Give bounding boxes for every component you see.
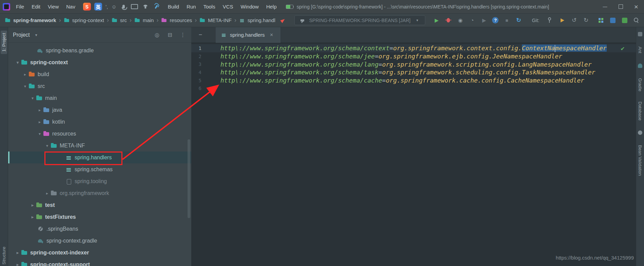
tree-row[interactable]: spring.handlers — [8, 152, 191, 163]
project-scrollbar[interactable] — [188, 139, 190, 218]
collapse-all-icon[interactable] — [166, 31, 174, 39]
close-tab-icon[interactable] — [268, 31, 275, 39]
run-configuration-select[interactable]: SPRING-FRAMEWORK:SPRING-BEANS [JAR] — [294, 15, 426, 25]
menu-window[interactable]: Window — [238, 2, 262, 11]
tree-row[interactable]: ▸java — [8, 104, 191, 116]
structure-tool-window-tab[interactable]: Structure — [1, 247, 6, 265]
menu-tools[interactable]: Tools — [200, 2, 218, 11]
menu-run[interactable]: Run — [183, 2, 199, 11]
code-text: http\://www.springframework.org/schema/l… — [220, 61, 592, 68]
tree-row[interactable]: ▸spring-context-support — [8, 259, 191, 266]
locate-file-icon[interactable] — [153, 31, 161, 39]
rerun-icon[interactable] — [515, 17, 522, 24]
screenshot-icon[interactable] — [621, 17, 628, 24]
project-tree: spring-beans.gradle▾spring-context▸build… — [8, 43, 191, 266]
chevron-closed-icon[interactable]: ▸ — [29, 203, 36, 208]
menu-vcs[interactable]: VCS — [220, 2, 236, 11]
run-anything-icon[interactable] — [279, 17, 287, 24]
maximize-button[interactable] — [613, 0, 628, 14]
breadcrumb-item[interactable]: spring-framework — [5, 17, 56, 23]
menu-view[interactable]: View — [45, 2, 62, 11]
tree-row[interactable]: ▸kotlin — [8, 116, 191, 128]
git-push-icon[interactable] — [559, 17, 566, 24]
tree-row[interactable]: ▸spring-context-indexer — [8, 247, 191, 259]
menu-nav[interactable]: Nav — [63, 2, 78, 11]
notifications-icon[interactable] — [638, 32, 642, 36]
tree-row[interactable]: ▾META-INF — [8, 140, 191, 152]
tree-row[interactable]: ▸test — [8, 199, 191, 211]
redo-history-icon[interactable] — [582, 17, 590, 24]
tree-row[interactable]: ▸build — [8, 68, 191, 80]
chevron-open-icon[interactable]: ▾ — [21, 84, 29, 89]
chevron-closed-icon[interactable]: ▸ — [21, 72, 29, 77]
menu-edit[interactable]: Edit — [28, 2, 43, 11]
breadcrumb-item[interactable]: resources — [161, 17, 192, 23]
breadcrumb-item[interactable]: META-INF — [199, 17, 232, 23]
tree-row[interactable]: ▾src — [8, 80, 191, 92]
folder-gray-icon — [51, 191, 57, 196]
profiler-icon[interactable] — [468, 17, 476, 24]
tree-row[interactable]: ▾main — [8, 92, 191, 104]
chevron-closed-icon[interactable]: ▸ — [14, 250, 21, 255]
skin-icon[interactable] — [142, 3, 149, 11]
options-menu-icon[interactable] — [179, 31, 187, 39]
bean-validation-tool-window-tab[interactable]: Bean Validation — [638, 145, 643, 176]
punctuation-icon[interactable]: ’, — [105, 4, 108, 10]
sogou-input-icon[interactable]: S — [83, 3, 91, 11]
tree-row[interactable]: spring.tooling — [8, 175, 191, 187]
close-button[interactable] — [628, 0, 644, 14]
breadcrumb-item[interactable]: src — [112, 17, 127, 23]
breadcrumb-item[interactable]: spring.handl — [239, 17, 275, 23]
undo-history-icon[interactable] — [570, 17, 578, 24]
run-disabled-icon[interactable] — [480, 17, 488, 24]
tree-row[interactable]: spring.schemas — [8, 163, 191, 175]
language-mode-icon[interactable]: 英 — [94, 3, 102, 11]
chevron-open-icon[interactable]: ▾ — [43, 143, 51, 148]
run-with-coverage-icon[interactable] — [456, 17, 464, 24]
git-branch-icon[interactable] — [547, 17, 554, 24]
chevron-closed-icon[interactable]: ▸ — [36, 120, 43, 124]
tree-row[interactable]: .springBeans — [8, 223, 191, 235]
gradle-tool-window-tab[interactable]: Gradle — [638, 78, 643, 91]
tree-row[interactable]: spring-beans.gradle — [8, 45, 191, 56]
breadcrumb-item[interactable]: main — [134, 17, 154, 23]
inspections-ok-icon[interactable] — [619, 45, 626, 52]
tree-row[interactable]: ▾resources — [8, 128, 191, 140]
run-button[interactable] — [433, 17, 440, 24]
tree-row[interactable]: ▾spring-context — [8, 56, 191, 68]
editor-tab[interactable]: spring.handlers — [216, 27, 280, 43]
chevron-closed-icon[interactable]: ▸ — [29, 215, 36, 219]
help-icon[interactable] — [492, 17, 499, 23]
debug-button[interactable] — [445, 17, 452, 24]
database-tool-window-tab[interactable]: Database — [638, 102, 643, 121]
menu-build[interactable]: Build — [165, 2, 182, 11]
microphone-icon[interactable] — [120, 3, 128, 11]
folder-orange-icon — [29, 72, 35, 77]
chevron-closed-icon[interactable]: ▸ — [43, 191, 51, 196]
chevron-open-icon[interactable]: ▾ — [36, 131, 43, 136]
minimize-button[interactable] — [597, 0, 613, 14]
search-icon[interactable] — [633, 17, 640, 24]
code-text: http\://www.springframework.org/schema/j… — [220, 53, 562, 60]
soft-keyboard-icon[interactable] — [131, 3, 138, 11]
ant-tool-window-tab[interactable]: Ant — [638, 47, 643, 53]
chevron-closed-icon[interactable]: ▸ — [14, 262, 21, 266]
tree-row[interactable]: ▸org.springframework — [8, 187, 191, 199]
breadcrumb-item[interactable]: spring-context — [64, 17, 104, 23]
emoji-icon[interactable]: ☺ — [111, 4, 116, 10]
code-editor[interactable]: 1http\://www.springframework.org/schema/… — [191, 43, 636, 266]
menu-file[interactable]: File — [13, 2, 27, 11]
grid-view-icon[interactable] — [597, 17, 605, 24]
menu-help[interactable]: Help — [263, 2, 280, 11]
tree-row[interactable]: ▸testFixtures — [8, 211, 191, 223]
translate-icon[interactable] — [609, 17, 617, 24]
chevron-closed-icon[interactable]: ▸ — [36, 108, 43, 112]
chevron-open-icon[interactable]: ▾ — [14, 60, 21, 65]
project-view-select[interactable]: Project — [13, 31, 40, 39]
stop-icon[interactable] — [503, 17, 510, 24]
ime-toolbox-icon[interactable] — [153, 3, 160, 11]
project-tool-window-tab[interactable]: 1: Project — [1, 31, 7, 54]
hide-panel-icon[interactable] — [197, 31, 204, 39]
chevron-open-icon[interactable]: ▾ — [29, 96, 36, 101]
tree-row[interactable]: spring-context.gradle — [8, 235, 191, 247]
